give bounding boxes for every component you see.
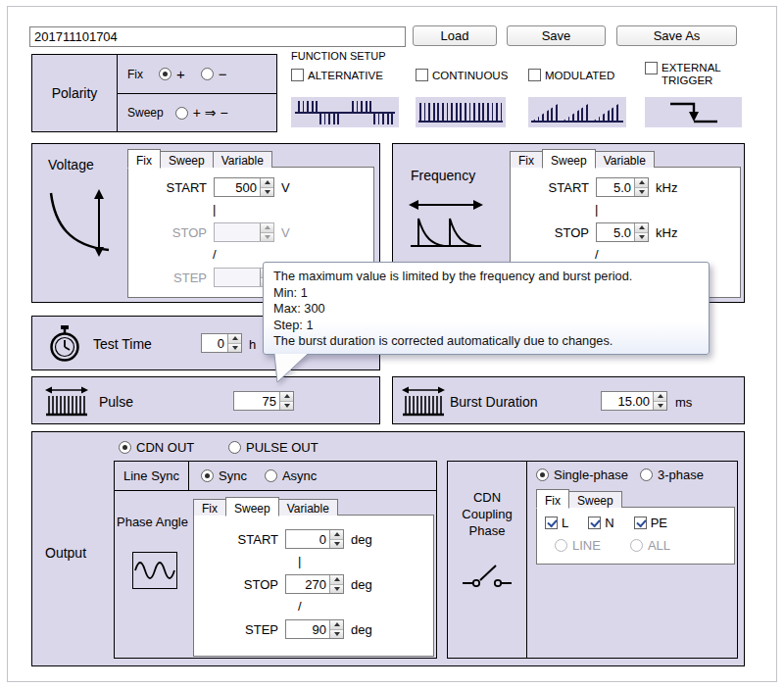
minus-label: −	[219, 66, 227, 82]
pulse-spinner[interactable]: 75	[233, 391, 294, 411]
spin-down-icon[interactable]	[280, 402, 293, 411]
test-time-hours-spinner[interactable]: 0	[201, 333, 242, 353]
external-trigger-checkbox[interactable]: EXTERNAL TRIGGER	[645, 62, 739, 87]
step-label: STEP	[223, 622, 278, 637]
stopwatch-icon	[46, 324, 83, 364]
voltage-decay-icon	[44, 187, 115, 260]
voltage-tab-variable[interactable]: Variable	[213, 151, 272, 168]
fix-label: Fix	[127, 68, 143, 81]
spin-down-icon[interactable]	[228, 344, 241, 353]
output-panel: Output CDN OUT PULSE OUT Line Sync Sync …	[31, 431, 745, 666]
continuous-checkbox[interactable]: CONTINUOUS	[416, 69, 508, 81]
tooltip-line: Max: 300	[273, 301, 699, 318]
phase-stop-spinner[interactable]: 270	[285, 574, 344, 594]
alternative-checkbox[interactable]: ALTERNATIVE	[291, 69, 383, 81]
plus-label: +	[176, 66, 185, 82]
unit-label: kHz	[656, 225, 677, 240]
all-radio: ALL	[630, 538, 670, 553]
save-button[interactable]: Save	[507, 25, 606, 46]
voltage-tabs: Fix Sweep Variable	[127, 149, 374, 168]
step-connector: /	[298, 600, 433, 614]
divider	[526, 462, 527, 658]
stop-label: STOP	[144, 225, 207, 240]
voltage-stop-row: STOP V	[144, 222, 373, 242]
frequency-tab-fix[interactable]: Fix	[510, 151, 543, 168]
spin-down-icon[interactable]	[261, 188, 273, 197]
load-button[interactable]: Load	[413, 25, 497, 46]
spinner-value: 5.0	[597, 223, 634, 241]
radio-icon	[536, 468, 549, 481]
frequency-start-spinner[interactable]: 5.0	[596, 177, 649, 197]
spin-up-icon[interactable]	[330, 620, 343, 630]
spin-up-icon[interactable]	[330, 575, 343, 585]
test-time-title: Test Time	[93, 336, 152, 352]
spin-up-icon[interactable]	[228, 334, 241, 344]
pulse-panel: Pulse 75	[31, 376, 380, 424]
polarity-plus-radio[interactable]: +	[159, 66, 185, 82]
single-phase-radio[interactable]: Single-phase	[536, 468, 628, 482]
switch-icon	[461, 556, 514, 601]
spin-down-icon[interactable]	[635, 188, 648, 197]
sweep-connector: |	[298, 555, 433, 568]
frequency-span-icon	[407, 195, 485, 252]
spin-down-icon[interactable]	[330, 540, 343, 549]
phase-tab-fix[interactable]: Fix	[193, 499, 226, 516]
burst-duration-panel: Burst Duration 15.00 ms	[392, 376, 745, 424]
frequency-stop-spinner[interactable]: 5.0	[596, 222, 649, 242]
phase-step-row: STEP 90 deg	[223, 619, 433, 639]
polarity-sweep-radio[interactable]: + ⇒ −	[175, 105, 228, 121]
spinner-value: 90	[286, 620, 329, 638]
three-phase-radio[interactable]: 3-phase	[640, 468, 704, 482]
phase-tab-sweep[interactable]: Sweep	[225, 497, 279, 517]
checkbox-icon	[416, 69, 428, 81]
voltage-tab-sweep[interactable]: Sweep	[160, 151, 214, 168]
unit-label: V	[281, 180, 290, 195]
tooltip-line: Step: 1	[273, 318, 699, 334]
spin-up-icon[interactable]	[261, 178, 273, 188]
spinner-value: 75	[234, 392, 279, 410]
spin-up-icon[interactable]	[330, 530, 343, 540]
spin-down-icon[interactable]	[635, 233, 648, 242]
pulse-out-radio[interactable]: PULSE OUT	[228, 440, 318, 455]
coupling-tab-fix[interactable]: Fix	[536, 489, 569, 509]
spin-down-icon[interactable]	[330, 585, 343, 594]
modulated-checkbox[interactable]: MODULATED	[528, 69, 614, 81]
spin-down-icon[interactable]	[330, 630, 343, 639]
line-pe-checkbox[interactable]: PE	[634, 516, 667, 530]
line-radio: LINE	[555, 538, 601, 553]
output-title: Output	[45, 545, 86, 561]
start-label: START	[223, 532, 278, 547]
line-l-checkbox[interactable]: L	[545, 516, 568, 530]
spin-up-icon[interactable]	[280, 392, 293, 402]
cdn-out-radio[interactable]: CDN OUT	[119, 440, 194, 455]
spin-up-icon[interactable]	[635, 223, 648, 233]
polarity-panel: Polarity Fix + − Sweep + ⇒ −	[31, 54, 277, 132]
burst-duration-spinner[interactable]: 15.00	[601, 391, 667, 411]
tooltip-tail	[272, 354, 312, 384]
sync-radio[interactable]: Sync	[201, 468, 247, 483]
tooltip-line: The maximum value is limited by the freq…	[273, 269, 699, 285]
phase-step-spinner[interactable]: 90	[285, 619, 344, 639]
voltage-start-spinner[interactable]: 500	[214, 177, 274, 197]
spin-down-icon[interactable]	[654, 402, 666, 411]
voltage-tab-fix[interactable]: Fix	[127, 149, 161, 169]
async-radio[interactable]: Async	[265, 468, 317, 483]
coupling-tab-sweep[interactable]: Sweep	[568, 491, 622, 508]
phase-start-spinner[interactable]: 0	[285, 529, 344, 549]
cdn-coupling-tabs: Fix Sweep	[536, 489, 735, 508]
frequency-tab-variable[interactable]: Variable	[595, 151, 655, 168]
spin-up-icon[interactable]	[654, 392, 666, 402]
checkbox-icon	[634, 517, 647, 529]
frequency-tab-sweep[interactable]: Sweep	[542, 149, 596, 169]
filename-input[interactable]	[29, 26, 406, 47]
alternative-waveform-icon	[291, 97, 399, 127]
tooltip-line: The burst duration is corrected automati…	[273, 333, 699, 350]
polarity-fix-row: Fix + −	[118, 55, 276, 93]
polarity-minus-radio[interactable]: −	[201, 66, 227, 82]
save-as-button[interactable]: Save As	[616, 25, 737, 46]
line-n-checkbox[interactable]: N	[588, 516, 613, 530]
polarity-title: Polarity	[32, 55, 117, 131]
phase-tab-variable[interactable]: Variable	[278, 499, 338, 516]
spin-up-icon[interactable]	[635, 178, 648, 188]
frequency-stop-row: STOP 5.0 kHz	[526, 222, 740, 242]
